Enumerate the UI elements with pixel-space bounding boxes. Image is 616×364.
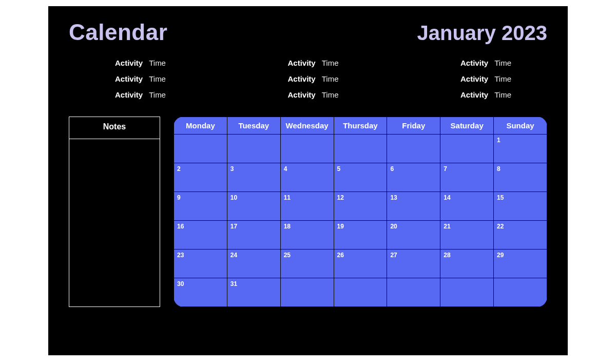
calendar-header-row: Monday Tuesday Wednesday Thursday Friday… [174, 117, 547, 135]
calendar-day [387, 278, 440, 307]
activity-row: Activity Time [115, 74, 166, 83]
calendar-day: 27 [387, 250, 440, 278]
calendar-week: 16 17 18 19 20 21 22 [174, 221, 547, 250]
calendar-day: 1 [494, 135, 547, 163]
activity-time: Time [494, 59, 511, 67]
activity-label: Activity [288, 74, 316, 83]
calendar-day [280, 278, 334, 307]
calendar-day: 22 [494, 221, 547, 250]
activity-label: Activity [115, 74, 143, 83]
weekday-heading: Sunday [494, 117, 547, 135]
calendar-week: 1 [174, 135, 547, 163]
calendar-day: 10 [227, 192, 280, 221]
calendar-day: 2 [174, 163, 227, 192]
calendar-day: 18 [280, 221, 334, 250]
calendar-day: 24 [227, 250, 280, 278]
activity-label: Activity [460, 59, 488, 67]
activity-label: Activity [288, 90, 316, 99]
calendar-day: 4 [280, 163, 334, 192]
calendar-day [334, 135, 387, 163]
activity-time: Time [322, 90, 339, 99]
activities-column: Activity Time Activity Time Activity Tim… [288, 59, 339, 99]
activity-row: Activity Time [460, 59, 511, 67]
activity-time: Time [494, 74, 511, 83]
main-area: Notes Monday Tuesday Wednesday Thursday … [69, 117, 547, 307]
calendar-day: 13 [387, 192, 440, 221]
calendar-day [440, 278, 494, 307]
calendar-day: 17 [227, 221, 280, 250]
activity-label: Activity [288, 59, 316, 67]
activity-time: Time [494, 90, 511, 99]
activity-label: Activity [460, 74, 488, 83]
weekday-heading: Thursday [334, 117, 387, 135]
calendar-week: 30 31 [174, 278, 547, 307]
weekday-heading: Tuesday [227, 117, 280, 135]
activity-time: Time [149, 59, 166, 67]
activity-time: Time [149, 74, 166, 83]
calendar-day: 31 [227, 278, 280, 307]
calendar-day [494, 278, 547, 307]
calendar-day [387, 135, 440, 163]
calendar-day: 26 [334, 250, 387, 278]
calendar-day [280, 135, 334, 163]
calendar-day: 3 [227, 163, 280, 192]
activity-row: Activity Time [115, 90, 166, 99]
calendar-week: 23 24 25 26 27 28 29 [174, 250, 547, 278]
calendar-day: 14 [440, 192, 494, 221]
calendar-day: 23 [174, 250, 227, 278]
calendar-day: 28 [440, 250, 494, 278]
activity-label: Activity [115, 59, 143, 67]
calendar-day: 20 [387, 221, 440, 250]
calendar-day [334, 278, 387, 307]
weekday-heading: Friday [387, 117, 440, 135]
month-label: January 2023 [417, 22, 547, 45]
calendar-day: 30 [174, 278, 227, 307]
activity-time: Time [322, 74, 339, 83]
calendar-day: 7 [440, 163, 494, 192]
activities-column: Activity Time Activity Time Activity Tim… [115, 59, 166, 99]
calendar-day: 9 [174, 192, 227, 221]
activities-section: Activity Time Activity Time Activity Tim… [69, 59, 547, 99]
calendar-week: 2 3 4 5 6 7 8 [174, 163, 547, 192]
page-title: Calendar [69, 20, 167, 45]
weekday-heading: Saturday [440, 117, 494, 135]
activity-label: Activity [115, 90, 143, 99]
activity-row: Activity Time [288, 59, 339, 67]
calendar-day [174, 135, 227, 163]
notes-heading: Notes [69, 117, 160, 139]
calendar-grid: Monday Tuesday Wednesday Thursday Friday… [174, 117, 547, 307]
calendar-day: 11 [280, 192, 334, 221]
activity-time: Time [149, 90, 166, 99]
header: Calendar January 2023 [69, 20, 547, 45]
activity-label: Activity [460, 90, 488, 99]
activities-column: Activity Time Activity Time Activity Tim… [460, 59, 511, 99]
weekday-heading: Monday [174, 117, 227, 135]
activity-row: Activity Time [460, 74, 511, 83]
weekday-heading: Wednesday [280, 117, 334, 135]
calendar-day: 12 [334, 192, 387, 221]
calendar-day: 25 [280, 250, 334, 278]
calendar-day [227, 135, 280, 163]
activity-row: Activity Time [288, 74, 339, 83]
activity-row: Activity Time [288, 90, 339, 99]
calendar-day: 5 [334, 163, 387, 192]
activity-row: Activity Time [460, 90, 511, 99]
calendar-day: 8 [494, 163, 547, 192]
calendar-body: 1 2 3 4 5 6 7 8 9 10 11 12 13 14 [174, 135, 547, 307]
calendar-day: 16 [174, 221, 227, 250]
calendar-day: 21 [440, 221, 494, 250]
calendar-day: 19 [334, 221, 387, 250]
notes-panel: Notes [69, 117, 160, 307]
activity-time: Time [322, 59, 339, 67]
calendar-day [440, 135, 494, 163]
calendar-day: 29 [494, 250, 547, 278]
calendar-day: 15 [494, 192, 547, 221]
activity-row: Activity Time [115, 59, 166, 67]
calendar-week: 9 10 11 12 13 14 15 [174, 192, 547, 221]
calendar-day: 6 [387, 163, 440, 192]
calendar-sheet: Calendar January 2023 Activity Time Acti… [48, 6, 568, 355]
